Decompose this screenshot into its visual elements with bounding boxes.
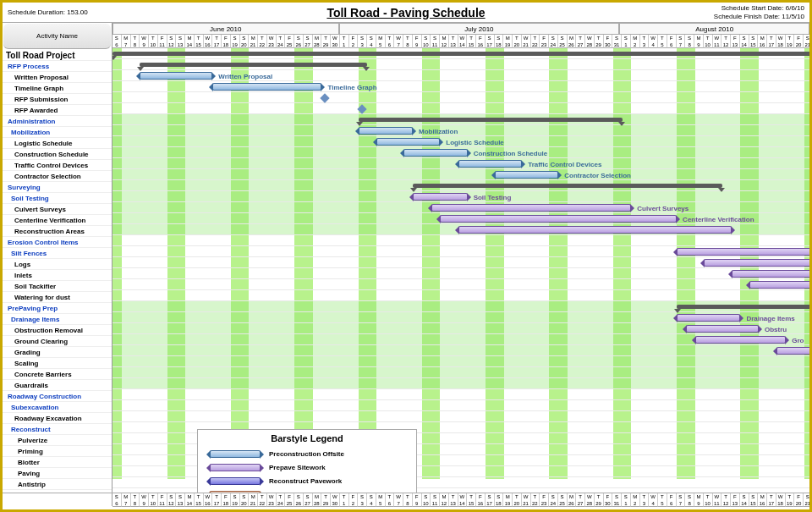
activity-row[interactable]: Lift	[3, 490, 112, 493]
gantt-bar[interactable]: Written Proposal	[140, 72, 212, 80]
gantt-bar[interactable]: Obstru	[686, 325, 759, 333]
activity-row[interactable]: Priming	[3, 446, 112, 457]
gantt-bar[interactable]	[732, 270, 809, 278]
activity-row[interactable]: PrePaving Prep	[3, 303, 112, 314]
activity-row[interactable]: Drainage Items	[3, 314, 112, 325]
gantt-bar[interactable]	[704, 259, 809, 267]
activity-row[interactable]: Watering for dust	[3, 292, 112, 303]
activity-row[interactable]: Inlets	[3, 270, 112, 281]
activity-row[interactable]: RFP Submission	[3, 94, 112, 105]
gantt-bar[interactable]: Contractor Selection	[495, 171, 558, 179]
activity-row[interactable]: Centerline Verification	[3, 215, 112, 226]
activity-row[interactable]: Mobilization	[3, 127, 112, 138]
activity-row[interactable]: Ground Clearing	[3, 336, 112, 347]
gantt-bar[interactable]	[776, 347, 809, 355]
gantt-bar[interactable]	[677, 248, 809, 256]
gantt-bar[interactable]	[458, 226, 732, 234]
gantt-row: Contractor Selection	[112, 169, 809, 180]
legend-item: Remaining and Finish Pavework	[201, 487, 413, 493]
activity-row[interactable]: Scaling	[3, 358, 112, 369]
gantt-bar[interactable]: Traffic Control Devices	[458, 160, 522, 168]
activity-row[interactable]: Culvert Surveys	[3, 204, 112, 215]
activity-name-header[interactable]: Activity Name	[3, 24, 111, 49]
activity-row[interactable]: Contractor Selection	[3, 171, 112, 182]
gantt-bar[interactable]	[677, 305, 809, 309]
gantt-row	[112, 268, 809, 279]
activity-row[interactable]: Reconstruct	[3, 424, 112, 435]
activity-row[interactable]: Traffic Control Devices	[3, 160, 112, 171]
activity-row[interactable]: Grading	[3, 347, 112, 358]
gantt-bar[interactable]: Mobilization	[359, 127, 414, 135]
activity-row[interactable]: Roadway Construction	[3, 391, 112, 402]
day-header: T29	[321, 493, 331, 507]
activity-row[interactable]: Pulverize	[3, 435, 112, 446]
activity-row[interactable]: Soil Tackifier	[3, 281, 112, 292]
gantt-bar[interactable]	[413, 184, 722, 188]
activity-list: Toll Road ProjectRFP ProcessWritten Prop…	[3, 50, 112, 493]
day-header: S3	[358, 35, 367, 48]
day-header: M9	[694, 493, 704, 507]
gantt-bar[interactable]: Soil Testing	[413, 193, 468, 201]
day-header: W21	[522, 493, 531, 507]
gantt-chart[interactable]: June 2010July 2010August 2010 S6M7T8W9T1…	[112, 23, 809, 493]
day-header: S11	[431, 35, 440, 48]
day-header: F18	[222, 493, 231, 507]
milestone-icon[interactable]	[357, 104, 366, 113]
day-header: S18	[495, 35, 504, 48]
activity-row[interactable]: Subexcavation	[3, 402, 112, 413]
gantt-bar[interactable]: Logistic Schedule	[376, 138, 440, 146]
day-header: M5	[376, 35, 386, 48]
activity-row[interactable]: Silt Fences	[3, 248, 112, 259]
gantt-bar[interactable]	[359, 118, 623, 122]
activity-row[interactable]: Toll Road Project	[3, 50, 112, 61]
day-header: W23	[267, 493, 277, 507]
activity-row[interactable]: Construction Schedule	[3, 149, 112, 160]
activity-row[interactable]: Blotter	[3, 457, 112, 468]
gantt-bar[interactable]: Construction Schedule	[403, 149, 467, 157]
gantt-bar[interactable]: Timeline Graph	[212, 83, 321, 91]
day-header: T6	[386, 35, 395, 48]
activity-row[interactable]: Antistrip	[3, 479, 112, 490]
gantt-row	[112, 345, 809, 356]
gantt-row: Traffic Control Devices	[112, 158, 809, 169]
activity-row[interactable]: Soil Testing	[3, 193, 112, 204]
activity-row[interactable]: Paving	[3, 468, 112, 479]
activity-row[interactable]: Administration	[3, 116, 112, 127]
day-header: S4	[367, 493, 376, 507]
day-header: F13	[731, 493, 740, 507]
activity-row[interactable]: Obstruction Removal	[3, 325, 112, 336]
activity-row[interactable]: Logistic Schedule	[3, 138, 112, 149]
activity-row[interactable]: Reconstruction Areas	[3, 226, 112, 237]
milestone-icon[interactable]	[321, 93, 330, 102]
gantt-bar[interactable]: Culvert Surveys	[431, 204, 632, 212]
day-header: T24	[277, 35, 286, 48]
gantt-bar[interactable]	[140, 63, 367, 67]
bar-label: Traffic Control Devices	[528, 161, 601, 168]
activity-row[interactable]: Surveying	[3, 182, 112, 193]
day-header: S26	[294, 35, 304, 48]
activity-row[interactable]: RFP Process	[3, 61, 112, 72]
day-header: T29	[595, 35, 604, 48]
activity-row[interactable]: Concrete Barriers	[3, 369, 112, 380]
activity-row[interactable]: Roadway Excavation	[3, 413, 112, 424]
activity-row[interactable]: Erosion Control Items	[3, 237, 112, 248]
activity-row[interactable]: Guardrails	[3, 380, 112, 391]
day-header: S7	[677, 493, 686, 507]
day-row: S6M7T8W9T10F11S12S13M14T15W16T17F18S19S2…	[112, 35, 809, 48]
gantt-bar[interactable]: Gro	[695, 336, 787, 344]
gantt-bar[interactable]: Centerline Verification	[440, 215, 677, 223]
chart-body[interactable]: Barstyle Legend Preconstruction OffsiteP…	[112, 48, 809, 479]
gantt-bar[interactable]	[749, 281, 809, 289]
activity-row[interactable]: Logs	[3, 259, 112, 270]
gantt-bar[interactable]	[112, 52, 809, 56]
gantt-row	[112, 103, 809, 114]
day-header: S19	[231, 493, 240, 507]
day-header: S21	[804, 35, 809, 48]
day-header: T15	[195, 35, 204, 48]
activity-row[interactable]: Timeline Graph	[3, 83, 112, 94]
gantt-bar[interactable]: Drainage Items	[677, 314, 740, 322]
day-header: T5	[658, 35, 667, 48]
activity-row[interactable]: RFP Awarded	[3, 105, 112, 116]
day-header: S25	[558, 35, 568, 48]
activity-row[interactable]: Written Proposal	[3, 72, 112, 83]
